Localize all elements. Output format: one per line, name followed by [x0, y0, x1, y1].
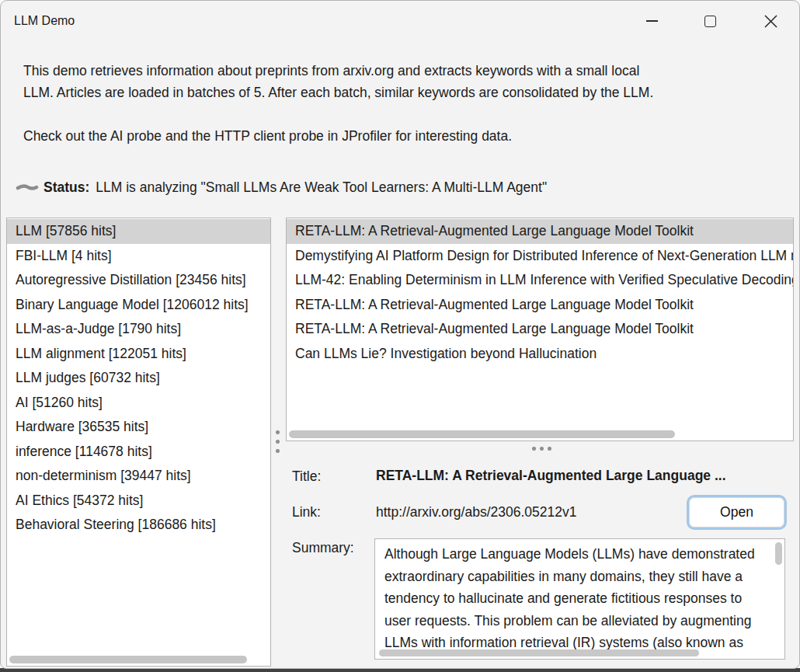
grip-dot: [276, 449, 280, 453]
maximize-button[interactable]: [692, 7, 728, 35]
summary-line: tendency to hallucinate and generate fic…: [384, 587, 757, 610]
status-row: Status:LLM is analyzing "Small LLMs Are …: [43, 179, 547, 196]
keyword-list-item[interactable]: inference [114678 hits]: [7, 440, 270, 465]
keyword-list-item[interactable]: FBI-LLM [4 hits]: [7, 244, 270, 269]
keyword-list-item[interactable]: AI Ethics [54372 hits]: [7, 489, 270, 514]
open-button[interactable]: Open: [687, 495, 787, 530]
article-list-item[interactable]: RETA-LLM: A Retrieval-Augmented Large La…: [287, 293, 793, 318]
grip-dot: [532, 447, 536, 451]
keyword-list-item[interactable]: LLM alignment [122051 hits]: [7, 342, 270, 367]
link-label: Link:: [292, 504, 321, 521]
summary-line: LLMs with information retrieval (IR) sys…: [384, 632, 757, 650]
article-link-value: http://arxiv.org/abs/2306.05212v1: [376, 504, 576, 521]
article-list: RETA-LLM: A Retrieval-Augmented Large La…: [286, 218, 794, 441]
status-label: Status:: [43, 179, 89, 195]
intro-text-line-2: LLM. Articles are loaded in batches of 5…: [23, 85, 653, 101]
keyword-list-item[interactable]: LLM [57856 hits]: [7, 219, 270, 244]
close-button[interactable]: [753, 7, 788, 35]
article-title-value: RETA-LLM: A Retrieval-Augmented Large La…: [376, 468, 784, 484]
status-spinner-icon: [16, 181, 39, 193]
article-list-item[interactable]: RETA-LLM: A Retrieval-Augmented Large La…: [287, 317, 793, 342]
article-list-horizontal-scrollbar[interactable]: [289, 430, 675, 438]
keyword-list-item[interactable]: LLM-as-a-Judge [1790 hits]: [7, 317, 270, 342]
app-window: LLM Demo This demo retrieves information…: [0, 0, 800, 669]
intro-text-line-3: Check out the AI probe and the HTTP clie…: [23, 128, 512, 144]
minimize-button[interactable]: [634, 7, 670, 35]
grip-dot: [540, 447, 544, 451]
grip-dot: [548, 447, 551, 451]
keyword-list-item[interactable]: LLM judges [60732 hits]: [7, 366, 270, 391]
summary-horizontal-scrollbar[interactable]: [379, 649, 699, 656]
window-title: LLM Demo: [14, 14, 75, 28]
horizontal-splitter-grip[interactable]: [532, 447, 551, 451]
summary-line: user requests. This problem can be allev…: [384, 610, 757, 632]
intro-text-line-1: This demo retrieves information about pr…: [23, 63, 639, 79]
summary-text: Although Large Language Models (LLMs) ha…: [375, 539, 757, 650]
summary-line: Although Large Language Models (LLMs) ha…: [384, 543, 757, 566]
summary-vertical-scrollbar[interactable]: [775, 542, 782, 565]
keyword-list-item[interactable]: non-determinism [39447 hits]: [7, 464, 270, 489]
keyword-list-item[interactable]: Autoregressive Distillation [23456 hits]: [7, 268, 270, 293]
keyword-list-item[interactable]: Binary Language Model [1206012 hits]: [7, 293, 270, 318]
keyword-list-item[interactable]: AI [51260 hits]: [7, 391, 270, 416]
summary-label: Summary:: [292, 540, 354, 556]
keyword-list-horizontal-scrollbar[interactable]: [9, 656, 247, 663]
vertical-splitter-grip[interactable]: [276, 430, 280, 453]
close-icon: [764, 15, 777, 28]
article-list-item[interactable]: RETA-LLM: A Retrieval-Augmented Large La…: [287, 219, 793, 244]
title-bar[interactable]: LLM Demo: [1, 1, 799, 41]
summary-line: extraordinary capabilities in many domai…: [384, 566, 757, 588]
keyword-list-item[interactable]: Hardware [36535 hits]: [7, 415, 270, 440]
keyword-list-item[interactable]: Behavioral Steering [186686 hits]: [7, 513, 270, 538]
keyword-list: LLM [57856 hits] FBI-LLM [4 hits] Autore…: [6, 218, 271, 667]
maximize-icon: [704, 16, 716, 27]
title-label: Title:: [292, 468, 321, 485]
article-list-item[interactable]: Can LLMs Lie? Investigation beyond Hallu…: [287, 342, 793, 367]
summary-textarea[interactable]: Although Large Language Models (LLMs) ha…: [374, 538, 785, 660]
minimize-icon: [646, 20, 658, 22]
article-list-item[interactable]: LLM-42: Enabling Determinism in LLM Infe…: [287, 268, 793, 293]
grip-dot: [276, 430, 280, 434]
status-text: LLM is analyzing "Small LLMs Are Weak To…: [96, 179, 547, 195]
grip-dot: [276, 440, 280, 444]
article-list-item[interactable]: Demystifying AI Platform Design for Dist…: [287, 244, 793, 269]
